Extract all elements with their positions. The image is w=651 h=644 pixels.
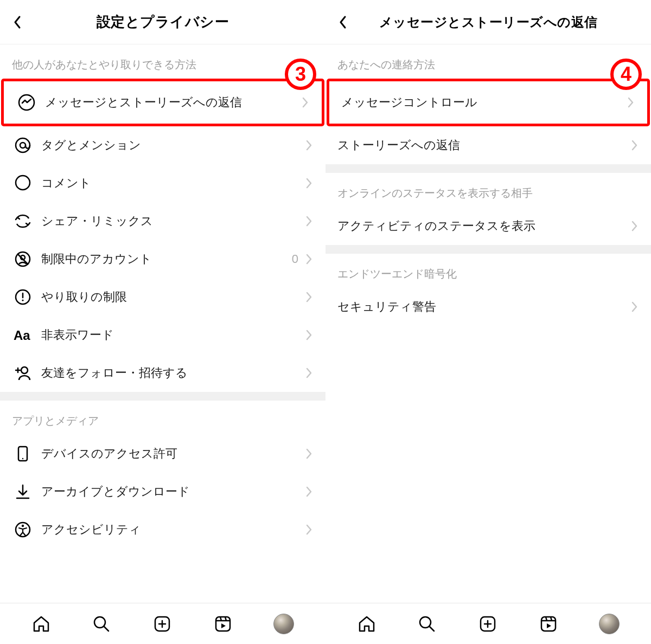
chevron-right-icon (304, 177, 314, 189)
chevron-right-icon (304, 253, 314, 265)
chevron-right-icon (304, 215, 314, 227)
share-remix-icon (12, 210, 34, 232)
row-label: コメント (41, 175, 304, 191)
row-restricted-accounts[interactable]: 制限中のアカウント 0 (0, 240, 326, 278)
annotation-badge-3: 3 (285, 59, 316, 90)
chevron-right-icon (304, 329, 314, 341)
download-icon (12, 481, 34, 503)
chevron-right-icon (629, 301, 639, 313)
nav-new-post[interactable] (152, 614, 172, 634)
back-button[interactable] (10, 15, 25, 30)
row-story-replies[interactable]: ストーリーズへの返信 (326, 126, 651, 164)
svg-point-29 (16, 176, 30, 190)
nav-reels[interactable] (539, 614, 558, 634)
bottom-nav-right (326, 603, 651, 644)
chevron-right-icon (304, 291, 314, 303)
header-right: メッセージとストーリーズへの返信 (326, 0, 651, 44)
nav-search[interactable] (417, 614, 437, 634)
comment-icon (12, 172, 34, 194)
section-e2ee-header: エンドツーエンド暗号化 (326, 254, 651, 288)
messenger-icon (16, 92, 37, 113)
row-messages-stories-reply[interactable]: メッセージとストーリーズへの返信 (4, 81, 322, 124)
annotation-badge-4: 4 (610, 59, 642, 90)
section-app-media-header: アプリとメディア (0, 401, 326, 435)
row-device-permissions[interactable]: デバイスのアクセス許可 (0, 435, 326, 473)
panel-left: 設定とプライバシー 他の人があなたとやり取りできる方法 3 メッセージとストーリ… (0, 0, 326, 644)
chevron-right-icon (629, 139, 639, 151)
row-label: メッセージとストーリーズへの返信 (45, 94, 300, 111)
row-limit-interactions[interactable]: やり取りの制限 (0, 278, 326, 316)
row-label: アーカイブとダウンロード (41, 484, 304, 500)
row-comments[interactable]: コメント (0, 164, 326, 202)
row-label: タグとメンション (41, 137, 304, 153)
row-label: シェア・リミックス (41, 213, 304, 229)
section-interaction-header: 他の人があなたとやり取りできる方法 (0, 44, 326, 79)
highlight-3: 3 メッセージとストーリーズへの返信 (1, 79, 324, 126)
row-label: アクセシビリティ (41, 521, 304, 538)
restricted-icon (12, 248, 34, 270)
highlight-4: 4 メッセージコントロール (327, 79, 650, 126)
section-gap (0, 392, 326, 401)
row-activity-status[interactable]: アクティビティのステータスを表示 (326, 207, 651, 245)
chevron-right-icon (304, 448, 314, 460)
section-gap (326, 164, 651, 173)
nav-profile-avatar[interactable] (273, 614, 294, 634)
row-follow-invite-friends[interactable]: 友達をフォロー・招待する (0, 354, 326, 392)
chevron-right-icon (304, 139, 314, 151)
header-left: 設定とプライバシー (0, 0, 326, 44)
accessibility-icon (12, 519, 34, 540)
row-label: 友達をフォロー・招待する (41, 365, 304, 381)
row-label: アクティビティのステータスを表示 (337, 218, 629, 234)
section-online-status-header: オンラインのステータスを表示する相手 (326, 173, 651, 207)
section-gap (326, 245, 651, 254)
back-button[interactable] (335, 15, 350, 30)
row-label: セキュリティ警告 (337, 299, 629, 315)
device-icon (12, 443, 34, 465)
nav-new-post[interactable] (478, 614, 497, 634)
row-message-controls[interactable]: メッセージコントロール (329, 81, 647, 124)
chevron-right-icon (300, 96, 310, 108)
row-security-alerts[interactable]: セキュリティ警告 (326, 288, 651, 326)
page-title-left: 設定とプライバシー (97, 12, 229, 31)
row-label: やり取りの制限 (41, 289, 304, 305)
at-icon (12, 134, 34, 156)
section-contact-header: あなたへの連絡方法 (326, 44, 651, 79)
row-label: 制限中のアカウント (41, 251, 292, 267)
page-title-right: メッセージとストーリーズへの返信 (379, 14, 598, 31)
row-accessibility[interactable]: アクセシビリティ (0, 511, 326, 549)
nav-profile-avatar[interactable] (599, 614, 620, 634)
chevron-right-icon (304, 486, 314, 498)
add-friend-icon (12, 362, 34, 384)
row-archive-download[interactable]: アーカイブとダウンロード (0, 473, 326, 511)
panel-right: メッセージとストーリーズへの返信 あなたへの連絡方法 4 メッセージコントロール… (326, 0, 651, 644)
chevron-right-icon (629, 220, 639, 232)
bottom-nav-left (0, 603, 326, 644)
nav-home[interactable] (357, 614, 376, 634)
nav-search[interactable] (92, 614, 111, 634)
nav-reels[interactable] (213, 614, 233, 634)
row-label: デバイスのアクセス許可 (41, 446, 304, 462)
row-value: 0 (292, 252, 298, 266)
row-share-remix[interactable]: シェア・リミックス (0, 202, 326, 240)
row-hidden-words[interactable]: 非表示ワード (0, 316, 326, 354)
aa-icon (12, 324, 34, 346)
row-label: メッセージコントロール (341, 94, 626, 111)
nav-home[interactable] (31, 614, 51, 634)
row-label: 非表示ワード (41, 327, 304, 343)
chevron-right-icon (304, 367, 314, 379)
chevron-right-icon (626, 96, 635, 108)
chevron-right-icon (304, 524, 314, 536)
limit-icon (12, 286, 34, 308)
row-label: ストーリーズへの返信 (337, 137, 629, 153)
row-tags-mentions[interactable]: タグとメンション (0, 126, 326, 164)
